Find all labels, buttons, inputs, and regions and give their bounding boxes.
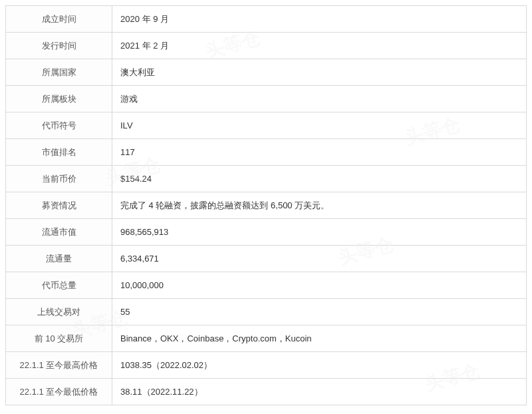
row-value: 2021 年 2 月 [112, 33, 527, 59]
row-label: 成立时间 [6, 6, 112, 33]
row-value: ILV [112, 112, 527, 139]
table-row: 发行时间2021 年 2 月 [6, 33, 527, 59]
table-row: 前 10 交易所Binance，OKX，Coinbase，Crypto.com，… [6, 325, 527, 352]
row-label: 发行时间 [6, 33, 112, 59]
row-value: 完成了 4 轮融资，披露的总融资额达到 6,500 万美元。 [112, 192, 527, 219]
row-label: 所属板块 [6, 86, 112, 112]
row-label: 前 10 交易所 [6, 325, 112, 352]
row-value: 968,565,913 [112, 219, 527, 246]
row-label: 代币符号 [6, 112, 112, 139]
row-label: 流通量 [6, 246, 112, 272]
table-row: 所属板块游戏 [6, 86, 527, 112]
row-label: 上线交易对 [6, 299, 112, 325]
row-value: $154.24 [112, 166, 527, 192]
row-value: Binance，OKX，Coinbase，Crypto.com，Kucoin [112, 325, 527, 352]
row-value: 澳大利亚 [112, 59, 527, 86]
row-value: 1038.35（2022.02.02） [112, 352, 527, 379]
table-row: 市值排名117 [6, 139, 527, 166]
row-value: 2020 年 9 月 [112, 6, 527, 33]
row-value: 55 [112, 299, 527, 325]
row-label: 22.1.1 至今最低价格 [6, 379, 112, 405]
row-label: 市值排名 [6, 139, 112, 166]
row-value: 117 [112, 139, 527, 166]
row-label: 流通市值 [6, 219, 112, 246]
table-row: 代币符号ILV [6, 112, 527, 139]
table-container: 头等仓 头等仓 头等仓 头等仓 头等仓 头等仓 成立时间2020 年 9 月发行… [5, 5, 527, 405]
row-value: 38.11（2022.11.22） [112, 379, 527, 405]
table-row: 流通市值968,565,913 [6, 219, 527, 246]
row-label: 22.1.1 至今最高价格 [6, 352, 112, 379]
table-row: 募资情况完成了 4 轮融资，披露的总融资额达到 6,500 万美元。 [6, 192, 527, 219]
table-row: 22.1.1 至今最高价格1038.35（2022.02.02） [6, 352, 527, 379]
table-row: 成立时间2020 年 9 月 [6, 6, 527, 33]
row-value: 10,000,000 [112, 272, 527, 299]
row-label: 当前币价 [6, 166, 112, 192]
table-row: 上线交易对55 [6, 299, 527, 325]
info-table: 成立时间2020 年 9 月发行时间2021 年 2 月所属国家澳大利亚所属板块… [5, 5, 527, 405]
table-row: 22.1.1 至今最低价格38.11（2022.11.22） [6, 379, 527, 405]
row-label: 代币总量 [6, 272, 112, 299]
row-value: 6,334,671 [112, 246, 527, 272]
row-value: 游戏 [112, 86, 527, 112]
row-label: 募资情况 [6, 192, 112, 219]
table-row: 流通量6,334,671 [6, 246, 527, 272]
table-row: 代币总量10,000,000 [6, 272, 527, 299]
table-row: 所属国家澳大利亚 [6, 59, 527, 86]
row-label: 所属国家 [6, 59, 112, 86]
table-row: 当前币价$154.24 [6, 166, 527, 192]
